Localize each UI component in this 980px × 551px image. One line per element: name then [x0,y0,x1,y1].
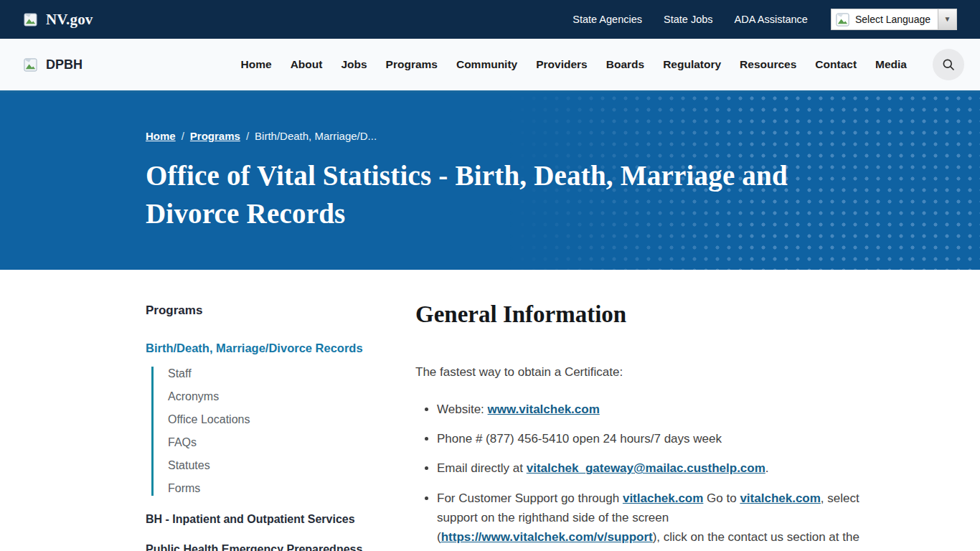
nvgov-logo-text: NV.gov [46,11,93,29]
nav-programs[interactable]: Programs [386,58,438,71]
inline-link[interactable]: vitalchek_gateway@mailac.custhelp.com [527,461,765,475]
bullet-item: Phone # (877) 456-5410 open 24 hours/7 d… [437,429,860,448]
bullet-text: Website: [437,402,488,416]
nav-resources[interactable]: Resources [740,58,796,71]
broken-image-icon [24,13,37,27]
language-selector[interactable]: Select Language ▼ [831,9,957,30]
breadcrumb-separator: / [182,130,184,142]
intro-text: The fastest way to obtain a Certificate: [415,365,860,380]
nav-boards[interactable]: Boards [606,58,644,71]
nav-contact[interactable]: Contact [815,58,857,71]
topbar-link-state-agencies[interactable]: State Agencies [573,14,642,25]
topbar-link-ada-assistance[interactable]: ADA Assistance [735,14,808,25]
nav-jobs[interactable]: Jobs [341,58,367,71]
main-content: General Information The fastest way to o… [415,294,860,551]
dpbh-logo[interactable]: DPBH [24,57,83,72]
inline-link[interactable]: https://www.vitalchek.com/v/support [441,530,653,544]
list-item: Staff [168,367,415,381]
list-item: Office Locations [168,413,415,427]
broken-image-icon [24,58,37,72]
sidebar-heading: Programs [146,303,415,318]
breadcrumb-current: Birth/Death, Marriage/D... [255,130,377,142]
bullet-text: Phone # (877) 456-5410 open 24 hours/7 d… [437,432,722,446]
translate-broken-image-icon [836,13,849,27]
topbar-link-state-jobs[interactable]: State Jobs [664,14,713,25]
inline-link[interactable]: www.vitalchek.com [488,402,600,416]
site-header: DPBH Home About Jobs Programs Community … [0,39,980,93]
bullet-item: For Customer Support go through vitlache… [437,489,860,551]
page-title: Office of Vital Statistics - Birth, Deat… [146,157,867,232]
breadcrumb-separator: / [246,130,249,142]
nav-home[interactable]: Home [241,58,272,71]
bullet-text: For Customer Support go through [437,491,623,505]
hero-banner: Home / Programs / Birth/Death, Marriage/… [0,93,980,270]
sidebar-item-birth-death-records[interactable]: Birth/Death, Marriage/Divorce Records [146,342,415,355]
breadcrumb-home[interactable]: Home [146,130,176,142]
chevron-down-icon: ▼ [944,16,951,23]
sidebar-item-staff[interactable]: Staff [168,367,192,380]
search-button[interactable] [933,49,964,80]
dpbh-logo-text: DPBH [46,57,83,72]
bullet-list: Website: www.vitalchek.comPhone # (877) … [437,400,860,551]
nvgov-logo[interactable]: NV.gov [24,11,93,29]
sidebar-item-faqs[interactable]: FAQs [168,436,197,448]
sidebar-item-public-health-emergency[interactable]: Public Health Emergency Preparedness... [146,543,415,551]
bullet-item: Email directly at vitalchek_gateway@mail… [437,458,860,478]
sidebar-item-forms[interactable]: Forms [168,482,200,494]
section-heading: General Information [415,301,860,328]
sidebar: Programs Birth/Death, Marriage/Divorce R… [146,294,415,551]
breadcrumb: Home / Programs / Birth/Death, Marriage/… [146,130,980,142]
nav-community[interactable]: Community [456,58,517,71]
sidebar-item-acronyms[interactable]: Acronyms [168,390,219,402]
nav-media[interactable]: Media [875,58,907,71]
bullet-text: Email directly at [437,461,527,475]
content-area: Programs Birth/Death, Marriage/Divorce R… [0,270,980,551]
primary-nav: Home About Jobs Programs Community Provi… [241,49,964,80]
list-item: Statutes [168,458,415,473]
search-icon [941,57,956,72]
nav-providers[interactable]: Providers [536,58,588,71]
sidebar-item-office-locations[interactable]: Office Locations [168,413,250,425]
list-item: Forms [168,481,415,496]
bullet-text: . [765,461,769,475]
topbar-links: State Agencies State Jobs ADA Assistance… [573,9,957,30]
inline-link[interactable]: vitlachek.com [623,491,703,505]
list-item: Acronyms [168,390,415,404]
sidebar-sub-list: Staff Acronyms Office Locations FAQs Sta… [151,367,415,496]
bullet-text: Go to [703,491,740,505]
sidebar-item-statutes[interactable]: Statutes [168,459,210,471]
sidebar-item-bh-services[interactable]: BH - Inpatient and Outpatient Services [146,513,415,526]
language-selector-label: Select Language [849,14,938,25]
language-dropdown-button[interactable]: ▼ [938,9,956,29]
topbar: NV.gov State Agencies State Jobs ADA Ass… [0,0,980,39]
bullet-item: Website: www.vitalchek.com [437,400,860,419]
nav-regulatory[interactable]: Regulatory [663,58,721,71]
list-item: FAQs [168,435,415,450]
nav-about[interactable]: About [291,58,323,71]
breadcrumb-programs[interactable]: Programs [190,130,240,142]
inline-link[interactable]: vitalchek.com [740,491,820,505]
